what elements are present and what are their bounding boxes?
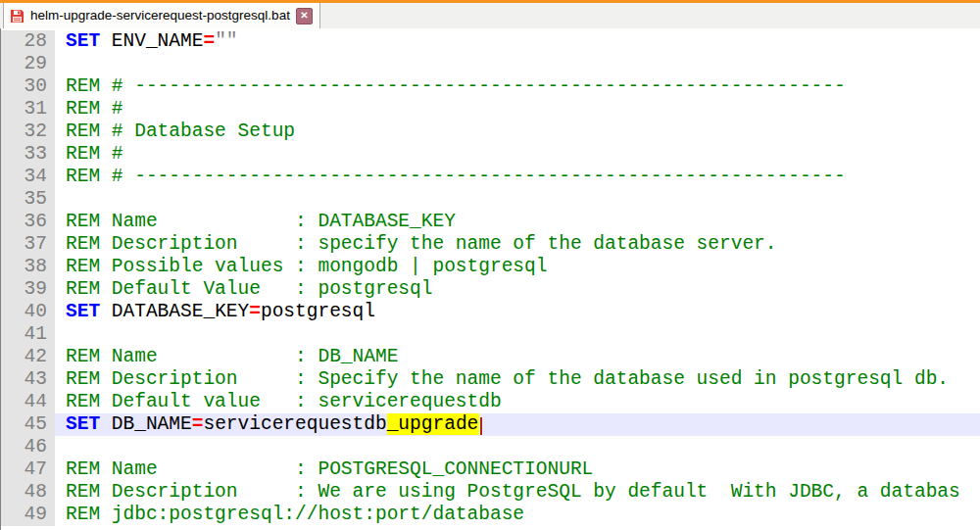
line-number[interactable]: 48 [1,481,55,504]
code-line-49[interactable]: 49REM jdbc:postgresql://host:port/databa… [1,504,980,526]
line-number[interactable]: 44 [1,391,55,413]
code-line-44[interactable]: 44REM Default value : servicerequestdb [1,391,980,413]
code-line-45[interactable]: 45SET DB_NAME=servicerequestdb_upgrade [1,413,980,436]
tab-title: helm-upgrade-servicerequest-postgresql.b… [30,8,290,23]
code-text: REM Description : We are using PostgreSQ… [55,481,980,504]
tab-helm-upgrade-servicerequest-postgresql[interactable]: helm-upgrade-servicerequest-postgresql.b… [3,3,320,28]
line-number[interactable]: 49 [1,504,55,526]
line-number[interactable]: 38 [1,256,55,278]
line-number[interactable]: 28 [1,30,55,53]
line-number[interactable]: 35 [1,188,55,211]
unsaved-changes-floppy-icon [10,9,24,24]
line-number[interactable]: 36 [1,211,55,233]
code-text: REM jdbc:postgresql://host:port/database [55,504,980,526]
code-line-43[interactable]: 43REM Description : Specify the name of … [1,368,980,391]
code-text: REM Name : DATABASE_KEY [55,211,980,233]
line-number[interactable]: 45 [1,413,55,436]
code-line-48[interactable]: 48REM Description : We are using Postgre… [1,481,980,504]
code-lines-container: 28SET ENV_NAME=""2930REM # -------------… [1,30,980,526]
code-text: REM # ----------------------------------… [55,166,980,188]
code-text: SET DB_NAME=servicerequestdb_upgrade [55,413,980,436]
line-number[interactable]: 43 [1,368,55,391]
code-line-35[interactable]: 35 [1,188,980,211]
code-line-46[interactable]: 46 [1,436,980,458]
line-number[interactable]: 32 [1,120,55,143]
code-line-41[interactable]: 41 [1,323,980,346]
line-number[interactable]: 37 [1,233,55,256]
code-text: SET DATABASE_KEY=postgresql [55,301,980,323]
code-line-29[interactable]: 29 [1,53,980,75]
line-number[interactable]: 47 [1,458,55,481]
code-editor[interactable]: 28SET ENV_NAME=""2930REM # -------------… [0,28,980,530]
code-text: REM Default value : servicerequestdb [55,391,980,413]
code-text: REM Description : Specify the name of th… [55,368,980,391]
code-text: REM Possible values : mongodb | postgres… [55,256,980,278]
line-number[interactable]: 31 [1,98,55,120]
code-text: REM Description : specify the name of th… [55,233,980,256]
code-text: REM Default Value : postgresql [55,278,980,301]
code-text [55,323,980,346]
code-line-28[interactable]: 28SET ENV_NAME="" [1,30,980,53]
code-line-40[interactable]: 40SET DATABASE_KEY=postgresql [1,301,980,323]
code-line-37[interactable]: 37REM Description : specify the name of … [1,233,980,256]
code-line-36[interactable]: 36REM Name : DATABASE_KEY [1,211,980,233]
code-text [55,436,980,458]
code-line-33[interactable]: 33REM # [1,143,980,166]
code-text [55,188,980,211]
line-number[interactable]: 29 [1,53,55,75]
code-text: SET ENV_NAME="" [55,30,980,53]
code-text: REM # ----------------------------------… [55,75,980,98]
code-line-30[interactable]: 30REM # --------------------------------… [1,75,980,98]
code-line-42[interactable]: 42REM Name : DB_NAME [1,346,980,368]
line-number[interactable]: 30 [1,75,55,98]
code-line-39[interactable]: 39REM Default Value : postgresql [1,278,980,301]
line-number[interactable]: 33 [1,143,55,166]
tab-close-icon[interactable]: ✕ [296,8,313,24]
line-number[interactable]: 39 [1,278,55,301]
code-text: REM # Database Setup [55,120,980,143]
line-number[interactable]: 40 [1,301,55,323]
tab-bar: helm-upgrade-servicerequest-postgresql.b… [0,3,980,29]
code-line-47[interactable]: 47REM Name : POSTGRESQL_CONNECTIONURL [1,458,980,481]
line-number[interactable]: 34 [1,166,55,188]
code-line-34[interactable]: 34REM # --------------------------------… [1,166,980,188]
code-line-38[interactable]: 38REM Possible values : mongodb | postgr… [1,256,980,278]
code-text: REM Name : DB_NAME [55,346,980,368]
line-number[interactable]: 46 [1,436,55,458]
code-line-32[interactable]: 32REM # Database Setup [1,120,980,143]
code-text: REM # [55,143,980,166]
code-line-31[interactable]: 31REM # [1,98,980,120]
code-text: REM # [55,98,980,120]
text-caret [480,417,482,435]
line-number[interactable]: 41 [1,323,55,346]
line-number[interactable]: 42 [1,346,55,368]
code-text: REM Name : POSTGRESQL_CONNECTIONURL [55,458,980,481]
code-text [55,53,980,75]
